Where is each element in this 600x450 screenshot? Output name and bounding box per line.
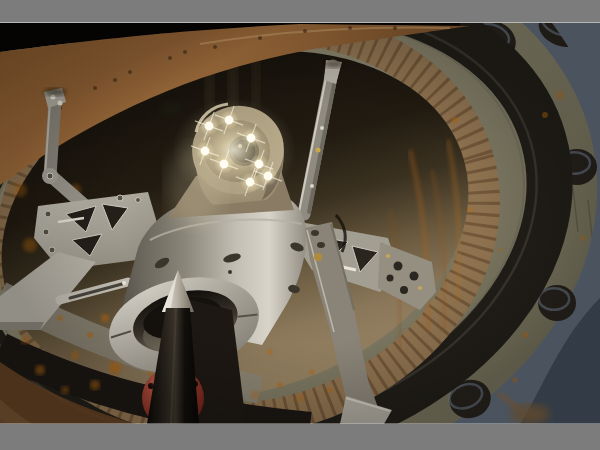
pipe-inspection-photo — [0, 0, 600, 450]
letterbox-separator-bottom — [0, 423, 600, 424]
photo-viewer-frame — [0, 0, 600, 450]
letterbox-separator-top — [0, 22, 600, 23]
letterbox-top-bar — [0, 0, 600, 23]
letterbox-bottom-bar — [0, 424, 600, 450]
vignette — [0, 23, 600, 424]
